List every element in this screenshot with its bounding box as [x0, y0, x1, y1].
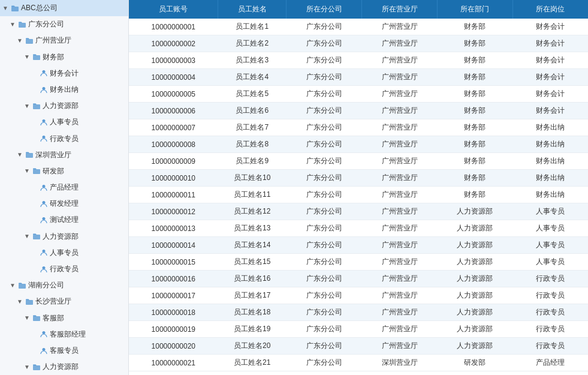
tree-item-cs[interactable]: ▼长沙营业厅 — [0, 293, 128, 310]
cell-13-4: 人力资源部 — [437, 237, 512, 254]
cell-19-0: 10000000020 — [129, 338, 218, 355]
tree-toggle-root: ▼ — [2, 4, 11, 13]
tree-item-csjl[interactable]: 测试经理 — [0, 212, 128, 228]
tree-item-gz[interactable]: ▼广州营业厅 — [0, 32, 128, 49]
cell-12-1: 员工姓名13 — [218, 220, 287, 237]
cell-6-2: 广东分公司 — [287, 119, 362, 136]
svg-rect-1 — [19, 23, 26, 28]
table-body: 10000000001员工姓名1广东分公司广州营业厅财务部财务会计1000000… — [129, 19, 588, 371]
table-row[interactable]: 10000000015员工姓名15广东分公司广州营业厅人力资源部人事专员 — [129, 254, 588, 271]
svg-rect-6 — [33, 104, 40, 109]
table-row[interactable]: 10000000020员工姓名20广东分公司广州营业厅人力资源部行政专员 — [129, 338, 588, 355]
table-row[interactable]: 10000000021员工姓名21广东分公司深圳营业厅研发部产品经理 — [129, 355, 588, 371]
table-row[interactable]: 10000000006员工姓名6广东分公司广州营业厅财务部财务会计 — [129, 103, 588, 119]
cell-3-5: 财务会计 — [512, 69, 588, 86]
tree-item-yfjl[interactable]: 研发经理 — [0, 196, 128, 212]
cell-10-1: 员工姓名11 — [218, 187, 287, 203]
tree-item-cwcn[interactable]: 财务出纳 — [0, 82, 128, 98]
tree-item-label-sz: 深圳营业厅 — [35, 149, 71, 161]
cell-9-3: 广州营业厅 — [362, 170, 438, 187]
table-container[interactable]: 员工账号员工姓名所在分公司所在营业厅所在部门所在岗位 10000000001员工… — [129, 0, 588, 375]
tree-item-label-cwb: 财务部 — [43, 52, 64, 63]
tree-item-rlzyb2[interactable]: ▼人力资源部 — [0, 229, 128, 245]
cell-15-1: 员工姓名16 — [218, 271, 287, 287]
cell-0-1: 员工姓名1 — [218, 19, 287, 35]
table-row[interactable]: 10000000009员工姓名9广东分公司广州营业厅财务部财务出纳 — [129, 153, 588, 170]
cell-4-4: 财务部 — [437, 86, 512, 103]
table-row[interactable]: 10000000003员工姓名3广东分公司广州营业厅财务部财务会计 — [129, 52, 588, 69]
employee-table: 员工账号员工姓名所在分公司所在营业厅所在部门所在岗位 10000000001员工… — [129, 0, 588, 371]
svg-rect-10 — [33, 169, 40, 174]
table-row[interactable]: 10000000005员工姓名5广东分公司广州营业厅财务部财务会计 — [129, 86, 588, 103]
cell-3-4: 财务部 — [437, 69, 512, 86]
tree-item-kfjl[interactable]: 客服部经理 — [0, 326, 128, 343]
tree-item-cwkj[interactable]: 财务会计 — [0, 65, 128, 82]
svg-point-8 — [43, 136, 46, 139]
cell-17-5: 行政专员 — [512, 304, 588, 321]
cell-11-2: 广东分公司 — [287, 203, 362, 220]
cell-2-0: 10000000003 — [129, 52, 218, 69]
tree-item-cpjl[interactable]: 产品经理 — [0, 179, 128, 196]
cell-16-0: 10000000017 — [129, 287, 218, 304]
cell-3-3: 广州营业厅 — [362, 69, 438, 86]
svg-rect-9 — [26, 153, 33, 158]
svg-rect-19 — [33, 316, 40, 321]
tree-item-rlzyb3[interactable]: ▼人力资源部 — [0, 359, 128, 375]
svg-point-13 — [43, 217, 46, 220]
table-row[interactable]: 10000000007员工姓名7广东分公司广州营业厅财务部财务出纳 — [129, 119, 588, 136]
tree-item-cwb[interactable]: ▼财务部 — [0, 49, 128, 65]
table-row[interactable]: 10000000001员工姓名1广东分公司广州营业厅财务部财务会计 — [129, 19, 588, 35]
tree-item-hn[interactable]: ▼湖南分公司 — [0, 277, 128, 293]
cell-14-5: 人事专员 — [512, 254, 588, 271]
cell-16-2: 广东分公司 — [287, 287, 362, 304]
cell-2-2: 广东分公司 — [287, 52, 362, 69]
tree-item-root[interactable]: ▼ABC总公司 — [0, 0, 128, 16]
cell-4-0: 10000000005 — [129, 86, 218, 103]
table-row[interactable]: 10000000012员工姓名12广东分公司广州营业厅人力资源部人事专员 — [129, 203, 588, 220]
cell-20-2: 广东分公司 — [287, 355, 362, 371]
cell-8-5: 财务出纳 — [512, 153, 588, 170]
folder-icon — [32, 363, 41, 371]
cell-8-3: 广州营业厅 — [362, 153, 438, 170]
table-row[interactable]: 10000000014员工姓名14广东分公司广州营业厅人力资源部人事专员 — [129, 237, 588, 254]
svg-point-7 — [43, 119, 46, 122]
table-row[interactable]: 10000000008员工姓名8广东分公司广州营业厅财务部财务出纳 — [129, 136, 588, 153]
tree-item-kfb[interactable]: ▼客服部 — [0, 310, 128, 326]
cell-2-5: 财务会计 — [512, 52, 588, 69]
tree-item-xzzy[interactable]: 行政专员 — [0, 131, 128, 147]
table-row[interactable]: 10000000004员工姓名4广东分公司广州营业厅财务部财务会计 — [129, 69, 588, 86]
cell-15-3: 广州营业厅 — [362, 271, 438, 287]
cell-1-0: 10000000002 — [129, 35, 218, 52]
table-panel: 员工账号员工姓名所在分公司所在营业厅所在部门所在岗位 10000000001员工… — [129, 0, 588, 375]
cell-6-1: 员工姓名7 — [218, 119, 287, 136]
table-row[interactable]: 10000000011员工姓名11广东分公司广州营业厅财务部财务出纳 — [129, 187, 588, 203]
tree-item-rszy[interactable]: 人事专员 — [0, 114, 128, 130]
table-row[interactable]: 10000000017员工姓名17广东分公司广州营业厅人力资源部行政专员 — [129, 287, 588, 304]
cell-20-0: 10000000021 — [129, 355, 218, 371]
table-row[interactable]: 10000000002员工姓名2广东分公司广州营业厅财务部财务会计 — [129, 35, 588, 52]
tree-item-rlzyb[interactable]: ▼人力资源部 — [0, 98, 128, 114]
tree-item-yfb[interactable]: ▼研发部 — [0, 163, 128, 179]
tree-item-label-kfjl: 客服部经理 — [50, 329, 86, 340]
table-row[interactable]: 10000000019员工姓名19广东分公司广州营业厅人力资源部行政专员 — [129, 321, 588, 338]
tree-item-xzzy2[interactable]: 行政专员 — [0, 261, 128, 277]
table-row[interactable]: 10000000016员工姓名16广东分公司广州营业厅人力资源部行政专员 — [129, 271, 588, 287]
tree-item-sz[interactable]: ▼深圳营业厅 — [0, 147, 128, 163]
tree-toggle-cs: ▼ — [17, 297, 25, 307]
cell-1-1: 员工姓名2 — [218, 35, 287, 52]
cell-7-1: 员工姓名8 — [218, 136, 287, 153]
cell-1-2: 广东分公司 — [287, 35, 362, 52]
folder-icon — [32, 102, 41, 110]
tree-item-label-cpjl: 产品经理 — [50, 182, 79, 193]
cell-20-4: 研发部 — [437, 355, 512, 371]
cell-10-4: 财务部 — [437, 187, 512, 203]
tree-item-kfzy[interactable]: 客服专员 — [0, 343, 128, 359]
tree-item-label-rlzyb: 人力资源部 — [43, 100, 79, 112]
table-row[interactable]: 10000000018员工姓名18广东分公司广州营业厅人力资源部行政专员 — [129, 304, 588, 321]
tree-item-rszy2[interactable]: 人事专员 — [0, 245, 128, 261]
tree-item-gd[interactable]: ▼广东分公司 — [0, 16, 128, 32]
cell-12-0: 10000000013 — [129, 220, 218, 237]
table-row[interactable]: 10000000013员工姓名13广东分公司广州营业厅人力资源部人事专员 — [129, 220, 588, 237]
header-row: 员工账号员工姓名所在分公司所在营业厅所在部门所在岗位 — [129, 0, 588, 19]
table-row[interactable]: 10000000010员工姓名10广东分公司广州营业厅财务部财务出纳 — [129, 170, 588, 187]
